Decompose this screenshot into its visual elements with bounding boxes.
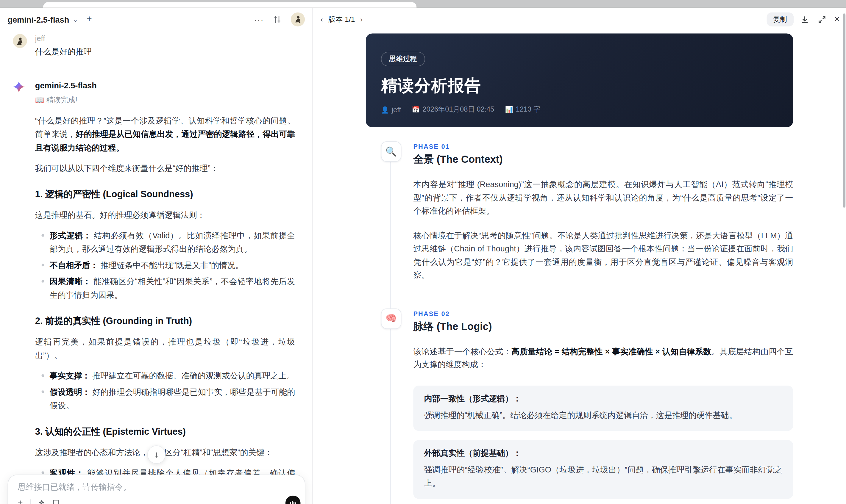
bullet-dot (42, 390, 45, 393)
report-header-card: 思维过程 精读分析报告 👤jeff 📅2026年01月08日 02:45 📊12… (366, 33, 793, 127)
download-icon[interactable] (799, 13, 811, 25)
card-body: 强调推理的“经验校准”。解决“GIGO（垃圾进，垃圾出）”问题，确保推理引擎运行… (424, 463, 782, 490)
browser-extension-icon[interactable] (822, 0, 829, 3)
phase-label: PHASE 01 (413, 143, 793, 150)
bullet-item: 事实支撑： 推理建立在可靠的数据、准确的观测或公认的真理之上。 (35, 369, 295, 382)
chat-header: gemini-2.5-flash ⌄ + ··· (0, 8, 312, 31)
phase-paragraph: 本内容是对“推理 (Reasoning)”这一抽象概念的高层建模。在知识爆炸与人… (413, 178, 793, 217)
voice-input-button[interactable] (285, 496, 301, 504)
bullet-item: 不自相矛盾： 推理链条中不能出现“既是又非”的情况。 (35, 258, 295, 272)
browser-extension-icon[interactable] (695, 0, 703, 3)
chevron-left-icon[interactable]: ‹ (321, 16, 323, 23)
phase-02: 🧠 PHASE 02 脉络 (The Logic) 该论述基于一个核心公式：高质… (366, 310, 793, 504)
artifact-content[interactable]: 思维过程 精读分析报告 👤jeff 📅2026年01月08日 02:45 📊12… (313, 31, 846, 504)
report-meta: 👤jeff 📅2026年01月08日 02:45 📊1213 字 (381, 105, 778, 114)
browser-extension-icon[interactable] (836, 0, 843, 3)
chat-section: 2. 前提的真实性 (Grounding in Truth) 逻辑再完美，如果前… (35, 314, 295, 412)
user-avatar (13, 34, 27, 48)
brain-icon: 🧠 (381, 308, 402, 329)
logic-cards: 内部一致性（形式逻辑）： 强调推理的“机械正确”。结论必须在给定的规则系统内逻辑… (413, 385, 793, 504)
calendar-icon: 📅 (412, 106, 420, 113)
browser-extension-icon[interactable] (653, 0, 660, 3)
book-icon: 📖 (35, 96, 45, 104)
report-badge: 思维过程 (381, 52, 425, 66)
browser-extension-icon[interactable] (724, 0, 731, 3)
bullet-item: 假设透明： 好的推理会明确指明哪些是已知事实，哪些是基于可能的假设。 (35, 385, 295, 412)
card-title: 内部一致性（形式逻辑）： (424, 393, 782, 403)
browser-toolbar (0, 0, 846, 8)
window-scrollbar[interactable] (843, 13, 845, 208)
report-title: 精读分析报告 (381, 75, 778, 97)
version-label: 版本 1/1 (328, 15, 355, 24)
more-options-icon[interactable]: ··· (254, 15, 264, 24)
browser-active-tab[interactable] (43, 2, 417, 8)
browser-icon[interactable] (17, 0, 24, 3)
browser-extension-icon[interactable] (794, 0, 801, 3)
chevron-right-icon[interactable]: › (360, 16, 363, 23)
copy-button[interactable]: 复制 (766, 13, 794, 26)
waveform-icon (289, 499, 297, 504)
bookmark-icon[interactable] (52, 499, 59, 504)
person-icon: 👤 (381, 106, 389, 113)
gemini-logo-icon (13, 80, 35, 504)
new-chat-button[interactable]: + (87, 14, 92, 25)
bullet-item: 因果清晰： 能准确区分“相关性”和“因果关系”，不会轻率地将先后发生的事情归为因… (35, 275, 295, 302)
chat-section: 1. 逻辑的严密性 (Logical Soundness) 这是推理的基石。好的… (35, 188, 295, 301)
user-message-text: 什么是好的推理 (35, 44, 295, 58)
assistant-status: 📖 精读完成! (35, 93, 295, 107)
browser-extension-icon[interactable] (752, 0, 759, 3)
user-avatar[interactable] (291, 13, 305, 26)
workspace: gemini-2.5-flash ⌄ + ··· (0, 8, 846, 504)
arrow-down-icon: ↓ (154, 450, 159, 460)
phase-timeline: 🔍 PHASE 01 全景 (The Context) 本内容是对“推理 (Re… (366, 127, 793, 504)
section-heading: 1. 逻辑的严密性 (Logical Soundness) (35, 188, 295, 201)
skills-icon[interactable]: ❖ (38, 499, 45, 504)
browser-extension-icons (639, 0, 843, 3)
artifact-panel: ‹ 版本 1/1 › 复制 × (313, 8, 846, 504)
browser-extension-icon[interactable] (667, 0, 674, 3)
phase-01: 🔍 PHASE 01 全景 (The Context) 本内容是对“推理 (Re… (366, 143, 793, 282)
assistant-message: gemini-2.5-flash 📖 精读完成! “什么是好的推理？”这是一个涉… (13, 80, 295, 504)
model-title[interactable]: gemini-2.5-flash (7, 15, 69, 24)
fullscreen-icon[interactable] (816, 13, 828, 25)
scroll-to-bottom-button[interactable]: ↓ (147, 445, 166, 464)
version-navigation: ‹ 版本 1/1 › (321, 15, 363, 24)
attach-plus-button[interactable]: + (18, 499, 23, 504)
browser-extension-icon[interactable] (709, 0, 717, 3)
message-list[interactable]: jeff 什么是好的推理 (0, 31, 312, 504)
message-input[interactable]: 思维接口已就绪，请传输指令。 (18, 482, 295, 492)
bullet-dot (42, 234, 45, 237)
browser-extension-icon[interactable] (738, 0, 745, 3)
browser-extension-icon[interactable] (765, 0, 773, 3)
tune-sliders-icon[interactable] (273, 15, 282, 24)
phase-label: PHASE 02 (413, 310, 793, 317)
browser-icon[interactable] (31, 0, 38, 3)
browser-extension-icon[interactable] (639, 0, 647, 3)
assistant-name: gemini-2.5-flash (35, 80, 295, 92)
logic-card: 外部真实性（前提基础）： 强调推理的“经验校准”。解决“GIGO（垃圾进，垃圾出… (413, 440, 793, 499)
composer: 思维接口已就绪，请传输指令。 + ❖ (7, 474, 305, 504)
phase-title: 脉络 (The Logic) (413, 320, 793, 334)
browser-extension-icon[interactable] (808, 0, 815, 3)
browser-extension-icon[interactable] (681, 0, 689, 3)
section-heading: 2. 前提的真实性 (Grounding in Truth) (35, 314, 295, 328)
author-name: jeff (35, 32, 295, 45)
bar-chart-icon: 📊 (505, 106, 513, 113)
section-heading: 3. 认知的公正性 (Epistemic Virtues) (35, 425, 295, 438)
assistant-intro: “什么是好的推理？”这是一个涉及逻辑学、认知科学和哲学核心的问题。简单来说，好的… (35, 114, 295, 154)
phase-paragraph: 核心情境在于解决“思考的随意性”问题。不论是人类通过批判性思维进行决策，还是大语… (413, 229, 793, 282)
browser-left-icons (3, 0, 38, 3)
browser-extension-icon[interactable] (780, 0, 787, 3)
bullet-dot (42, 280, 45, 283)
date-meta: 📅2026年01月08日 02:45 (412, 105, 494, 114)
section-intro: 这是推理的基石。好的推理必须遵循逻辑法则： (35, 208, 295, 222)
user-message: jeff 什么是好的推理 (13, 32, 295, 58)
close-icon[interactable]: × (834, 15, 840, 24)
assistant-lead: 我们可以从以下四个维度来衡量什么是“好的推理”： (35, 161, 295, 175)
browser-icon[interactable] (3, 0, 11, 3)
chevron-down-icon[interactable]: ⌄ (73, 16, 78, 23)
divider (30, 499, 31, 504)
author-meta: 👤jeff (381, 105, 401, 113)
app-window: gemini-2.5-flash ⌄ + ··· (0, 0, 846, 504)
phase-paragraph: 该论述基于一个核心公式：高质量结论 = 结构完整性 × 事实准确性 × 认知自律… (413, 345, 793, 371)
